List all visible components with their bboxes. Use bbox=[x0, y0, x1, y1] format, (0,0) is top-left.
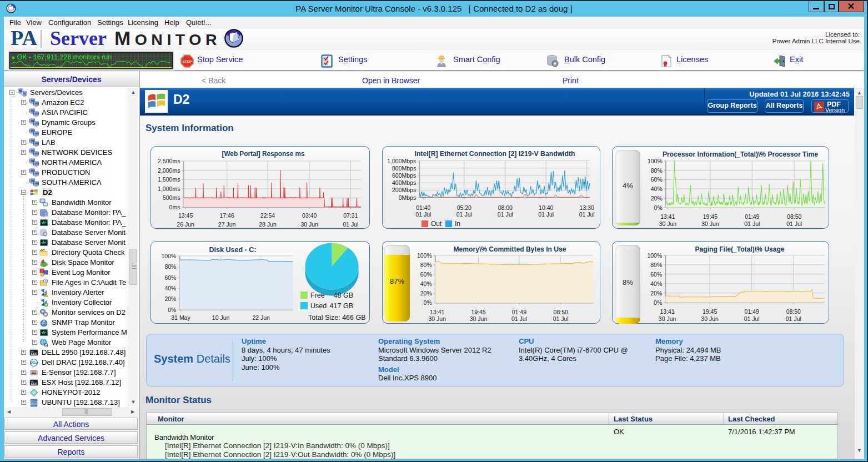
svg-text:Processor Information(_Total)\: Processor Information(_Total)\% Processo… bbox=[663, 150, 818, 158]
svg-text:13:41: 13:41 bbox=[660, 308, 674, 315]
svg-text:2,000ms: 2,000ms bbox=[158, 167, 180, 174]
svg-text:20%: 20% bbox=[420, 290, 432, 297]
svg-text:19:45: 19:45 bbox=[471, 309, 485, 315]
svg-text:Out: Out bbox=[431, 220, 442, 228]
svg-text:01 Jul: 01 Jul bbox=[786, 315, 801, 322]
svg-text:DELL: DELL bbox=[31, 361, 37, 364]
svg-text:22:54: 22:54 bbox=[260, 212, 275, 219]
svg-text:01:40: 01:40 bbox=[416, 204, 430, 211]
svg-text:40%: 40% bbox=[651, 185, 663, 192]
svg-text:30 Jun: 30 Jun bbox=[659, 220, 677, 227]
svg-text:30 Jun: 30 Jun bbox=[428, 315, 446, 322]
svg-text:08:00: 08:00 bbox=[498, 204, 513, 211]
svg-text:05:20: 05:20 bbox=[457, 204, 471, 211]
svg-text:07:31: 07:31 bbox=[343, 212, 358, 219]
svg-text:0%: 0% bbox=[424, 299, 432, 306]
svg-text:0%: 0% bbox=[168, 307, 176, 313]
svg-text:22 Jun: 22 Jun bbox=[252, 314, 270, 321]
svg-text:0%: 0% bbox=[654, 204, 663, 211]
svg-text:60%: 60% bbox=[420, 271, 432, 278]
svg-text:2,500ms: 2,500ms bbox=[158, 158, 180, 164]
svg-text:800Mbps: 800Mbps bbox=[392, 165, 416, 172]
svg-text:80%: 80% bbox=[420, 262, 432, 268]
svg-text:01 Jul: 01 Jul bbox=[456, 211, 472, 218]
svg-text:13:45: 13:45 bbox=[178, 212, 193, 219]
svg-text:20%: 20% bbox=[650, 290, 662, 297]
svg-text:80%: 80% bbox=[164, 263, 176, 270]
svg-text:26 Jun: 26 Jun bbox=[177, 221, 194, 228]
svg-text:0ms: 0ms bbox=[169, 204, 180, 210]
svg-text:40%: 40% bbox=[650, 280, 662, 287]
svg-text:01 Jul: 01 Jul bbox=[498, 211, 513, 218]
svg-text:80%: 80% bbox=[650, 262, 662, 268]
svg-text:27 Jun: 27 Jun bbox=[218, 221, 236, 228]
svg-text:Free: Free bbox=[310, 292, 325, 299]
svg-text:19:45: 19:45 bbox=[703, 308, 717, 315]
svg-text:600Mbps: 600Mbps bbox=[392, 172, 416, 179]
svg-text:STOP: STOP bbox=[183, 59, 192, 63]
svg-text:1,000ms: 1,000ms bbox=[158, 185, 180, 192]
svg-text:19:45: 19:45 bbox=[703, 213, 718, 220]
svg-text:01 Jul: 01 Jul bbox=[538, 211, 554, 218]
svg-text:10:40: 10:40 bbox=[539, 204, 553, 211]
svg-text:1,000Mbps: 1,000Mbps bbox=[387, 158, 416, 164]
svg-text:01:49: 01:49 bbox=[745, 213, 759, 220]
svg-text:10 Jun: 10 Jun bbox=[212, 314, 230, 321]
svg-text:01 Jul: 01 Jul bbox=[553, 315, 569, 322]
svg-text:17:46: 17:46 bbox=[219, 212, 234, 219]
svg-text:08:50: 08:50 bbox=[786, 308, 801, 315]
svg-text:01 Jul: 01 Jul bbox=[343, 221, 358, 228]
svg-text:13:41: 13:41 bbox=[430, 309, 444, 315]
svg-text:01 Jul: 01 Jul bbox=[786, 220, 802, 227]
svg-text:13:41: 13:41 bbox=[660, 213, 675, 220]
svg-text:30 Jun: 30 Jun bbox=[701, 315, 719, 322]
svg-text:30 Jun: 30 Jun bbox=[470, 315, 488, 322]
svg-text:100%: 100% bbox=[162, 253, 177, 259]
svg-text:417 GB: 417 GB bbox=[330, 302, 353, 310]
svg-text:[Web Portal] Response ms: [Web Portal] Response ms bbox=[222, 150, 305, 158]
svg-text:ESX: ESX bbox=[31, 352, 37, 355]
svg-text:48 GB: 48 GB bbox=[334, 292, 353, 299]
svg-text:100%: 100% bbox=[648, 158, 663, 164]
svg-text:01:49: 01:49 bbox=[745, 308, 759, 315]
svg-text:0%: 0% bbox=[654, 299, 662, 306]
svg-text:01 Jul: 01 Jul bbox=[744, 315, 760, 322]
svg-text:08:50: 08:50 bbox=[787, 213, 801, 220]
svg-text:ESEN: ESEN bbox=[32, 371, 36, 374]
svg-text:20%: 20% bbox=[164, 295, 176, 302]
svg-text:0Mbps: 0Mbps bbox=[399, 194, 417, 201]
svg-text:Total Size: 466 GB: Total Size: 466 GB bbox=[308, 314, 366, 322]
svg-text:01 Jul: 01 Jul bbox=[744, 220, 760, 227]
svg-text:In: In bbox=[455, 220, 460, 228]
svg-text:60%: 60% bbox=[164, 274, 176, 281]
svg-text:01:49: 01:49 bbox=[512, 309, 526, 315]
svg-text:40%: 40% bbox=[420, 280, 432, 287]
svg-text:80%: 80% bbox=[651, 167, 663, 174]
svg-text:01 Jul: 01 Jul bbox=[415, 211, 431, 218]
svg-text:200Mbps: 200Mbps bbox=[392, 187, 416, 193]
svg-text:40%: 40% bbox=[164, 285, 176, 292]
svg-text:500ms: 500ms bbox=[163, 194, 180, 201]
svg-text:13:30: 13:30 bbox=[580, 204, 594, 211]
svg-text:Intel[R] Ethernet Connection [: Intel[R] Ethernet Connection [2] I219-V … bbox=[415, 150, 575, 158]
svg-text:30 Jun: 30 Jun bbox=[701, 220, 719, 227]
svg-text:03:40: 03:40 bbox=[302, 212, 317, 219]
svg-text:20%: 20% bbox=[651, 195, 663, 202]
svg-text:Disk Used - C:: Disk Used - C: bbox=[209, 246, 257, 254]
svg-text:60%: 60% bbox=[650, 271, 662, 278]
svg-text:30 Jun: 30 Jun bbox=[659, 315, 676, 322]
svg-text:Memory\% Committed Bytes In Us: Memory\% Committed Bytes In Use bbox=[454, 245, 566, 253]
svg-text:1,500ms: 1,500ms bbox=[158, 176, 180, 183]
svg-text:28 Jun: 28 Jun bbox=[259, 221, 277, 228]
svg-text:01 Jul: 01 Jul bbox=[511, 315, 527, 322]
svg-text:Paging File(_Total)\% Usage: Paging File(_Total)\% Usage bbox=[695, 245, 785, 253]
svg-text:100%: 100% bbox=[417, 252, 432, 259]
svg-text:60%: 60% bbox=[651, 176, 663, 183]
svg-text:01 Jul: 01 Jul bbox=[579, 211, 595, 218]
svg-text:30 Jun: 30 Jun bbox=[300, 221, 318, 228]
svg-text:ESX: ESX bbox=[31, 382, 37, 385]
svg-text:400Mbps: 400Mbps bbox=[392, 179, 416, 186]
svg-text:Used: Used bbox=[310, 302, 327, 310]
svg-text:100%: 100% bbox=[647, 252, 662, 259]
svg-text:31 May: 31 May bbox=[171, 314, 190, 321]
